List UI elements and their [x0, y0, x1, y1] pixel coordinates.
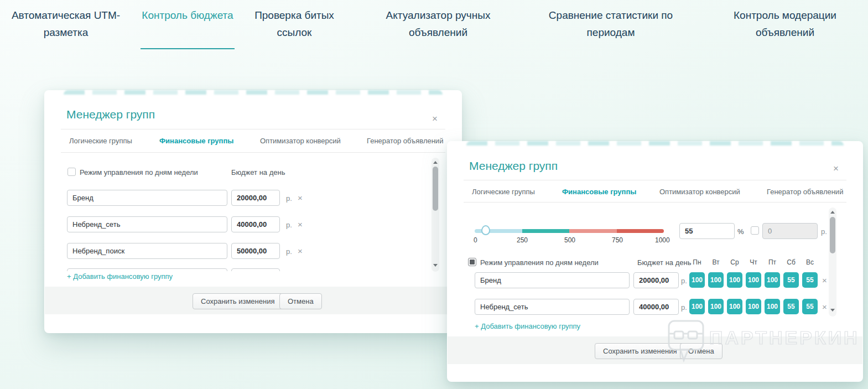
- nav-item-label: Проверка битых ссылок: [254, 9, 334, 38]
- day-budget-badge[interactable]: 100: [746, 299, 761, 314]
- tab-conversion-optimizer[interactable]: Оптимизатор конверсий: [659, 188, 740, 196]
- modal-title: Менеджер групп: [469, 159, 558, 173]
- modal-footer: Сохранить изменения Отмена: [45, 287, 461, 314]
- day-budget-badge[interactable]: 100: [746, 272, 761, 288]
- day-budget-badge[interactable]: 55: [783, 299, 799, 314]
- add-finance-group-link[interactable]: + Добавить финансовую группу: [67, 272, 173, 281]
- day-header-sat: Сб: [783, 258, 799, 266]
- slider-tick: 250: [517, 236, 528, 244]
- divider: [61, 152, 445, 153]
- day-budget-badge[interactable]: 55: [783, 272, 799, 288]
- group-budget-input[interactable]: [633, 272, 679, 288]
- modal-title: Менеджер групп: [66, 108, 155, 121]
- group-budget-input[interactable]: [231, 268, 280, 271]
- tab-conversion-optimizer[interactable]: Оптимизатор конверсий: [260, 137, 341, 145]
- remove-group-icon[interactable]: ×: [298, 194, 303, 202]
- nav-item-stats-compare[interactable]: Сравнение статистики по периодам: [538, 7, 683, 41]
- nav-item-budget-control[interactable]: Контроль бюджета: [135, 7, 240, 24]
- vertical-scrollbar[interactable]: [432, 158, 439, 272]
- tab-finance-groups[interactable]: Финансовые группы: [562, 188, 636, 196]
- day-budget-badge[interactable]: 100: [727, 299, 742, 314]
- blurred-header-band: [64, 90, 443, 95]
- day-budget-badge[interactable]: 100: [765, 299, 780, 314]
- scroll-up-icon[interactable]: [830, 211, 835, 214]
- group-name-input[interactable]: [67, 243, 227, 259]
- day-budget-badge[interactable]: 100: [765, 272, 780, 288]
- slider-segment: [617, 229, 664, 233]
- group-name-input[interactable]: [67, 268, 227, 271]
- budget-range-slider[interactable]: [475, 229, 664, 233]
- weekday-mode-label: Режим управления по дням недели: [480, 258, 599, 267]
- blurred-header-band: [466, 141, 844, 146]
- rub-limit-checkbox[interactable]: [751, 226, 759, 235]
- tab-finance-groups[interactable]: Финансовые группы: [159, 137, 233, 145]
- vertical-scrollbar[interactable]: [829, 208, 836, 317]
- day-budget-badge[interactable]: 55: [802, 272, 818, 288]
- remove-group-icon[interactable]: ×: [298, 220, 303, 229]
- save-button[interactable]: Сохранить изменения: [595, 343, 685, 359]
- cancel-button[interactable]: Отмена: [680, 343, 723, 359]
- day-budget-badge[interactable]: 100: [689, 272, 705, 288]
- remove-group-icon[interactable]: ×: [298, 247, 303, 255]
- group-budget-input[interactable]: [231, 190, 280, 206]
- tab-ad-generator[interactable]: Генератор объявлений: [367, 137, 443, 145]
- day-budget-badge[interactable]: 100: [727, 272, 742, 288]
- rub-limit-input[interactable]: [762, 223, 818, 239]
- tab-ad-generator[interactable]: Генератор объявлений: [767, 188, 843, 196]
- nav-item-broken-links[interactable]: Проверка битых ссылок: [236, 7, 352, 41]
- group-name-input[interactable]: [67, 216, 227, 232]
- slider-handle[interactable]: [481, 225, 490, 235]
- percent-input[interactable]: [679, 223, 735, 239]
- slider-tick: 1000: [655, 236, 670, 244]
- add-finance-group-link[interactable]: + Добавить финансовую группу: [475, 322, 580, 330]
- day-budget-badge[interactable]: 55: [802, 299, 818, 314]
- group-budget-input[interactable]: [231, 243, 280, 259]
- group-name-input[interactable]: [475, 299, 630, 315]
- divider: [61, 129, 445, 129]
- group-budget-input[interactable]: [633, 299, 679, 315]
- day-header-sun: Вс: [802, 258, 818, 266]
- currency-label: р.: [681, 277, 687, 285]
- group-name-input[interactable]: [67, 190, 227, 206]
- budget-header: Бюджет на день: [231, 168, 285, 177]
- group-budget-input[interactable]: [231, 216, 280, 232]
- close-icon[interactable]: ×: [432, 114, 438, 123]
- nav-item-moderation-control[interactable]: Контроль модерации объявлений: [721, 7, 849, 41]
- rub-sign: р.: [821, 227, 827, 236]
- tab-logic-groups[interactable]: Логические группы: [472, 188, 535, 196]
- remove-group-icon[interactable]: ×: [822, 303, 827, 311]
- scroll-down-icon[interactable]: [433, 264, 438, 267]
- cancel-button[interactable]: Отмена: [279, 293, 322, 309]
- save-button[interactable]: Сохранить изменения: [193, 293, 283, 309]
- currency-label: р.: [286, 194, 292, 203]
- close-icon[interactable]: ×: [833, 164, 839, 173]
- group-name-input[interactable]: [475, 272, 630, 288]
- slider-segment: [522, 229, 570, 233]
- group-manager-modal-front: Менеджер групп × Логические группы Финан…: [447, 141, 863, 382]
- group-list-scroll-area: Режим управления по дням недели Бюджет н…: [61, 155, 430, 271]
- nav-item-utm[interactable]: Автоматическая UTM-разметка: [2, 7, 130, 41]
- remove-group-icon[interactable]: ×: [822, 276, 827, 284]
- day-budget-badge[interactable]: 100: [708, 299, 724, 314]
- top-navigation: Автоматическая UTM-разметка Контроль бюд…: [0, 0, 868, 55]
- nav-item-ads-actualizer[interactable]: Актуализатор ручных объявлений: [375, 7, 502, 41]
- currency-label: р.: [286, 247, 292, 256]
- scroll-up-icon[interactable]: [433, 161, 438, 164]
- nav-item-label: Актуализатор ручных объявлений: [386, 9, 491, 38]
- weekday-mode-label: Режим управления по дням недели: [80, 168, 198, 177]
- scrollbar-thumb[interactable]: [830, 217, 835, 253]
- scrollbar-thumb[interactable]: [433, 167, 438, 211]
- slider-tick: 500: [564, 236, 575, 244]
- day-budget-badge[interactable]: 100: [689, 299, 705, 314]
- scroll-down-icon[interactable]: [830, 309, 835, 312]
- tab-logic-groups[interactable]: Логические группы: [69, 137, 132, 145]
- slider-tick: 0: [474, 236, 477, 244]
- weekday-mode-checkbox[interactable]: [468, 258, 476, 266]
- budget-header: Бюджет на день: [637, 258, 691, 267]
- day-budget-badge[interactable]: 100: [708, 272, 724, 288]
- weekday-mode-checkbox[interactable]: [67, 168, 76, 176]
- divider: [464, 180, 846, 180]
- nav-item-label: Контроль модерации объявлений: [734, 9, 836, 38]
- slider-segment: [569, 229, 617, 233]
- nav-item-label: Автоматическая UTM-разметка: [12, 9, 120, 38]
